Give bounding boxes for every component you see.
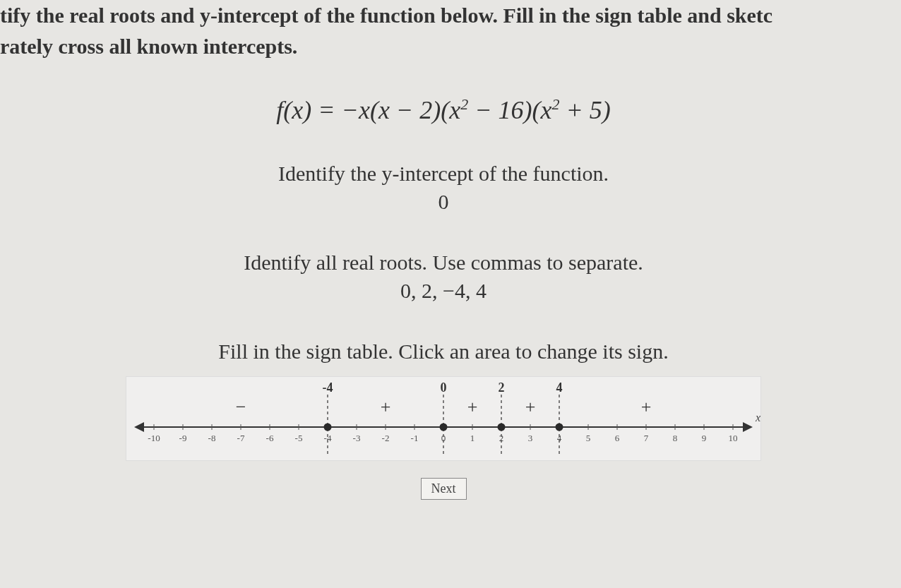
- y-intercept-section: Identify the y-intercept of the function…: [0, 162, 887, 214]
- tick-label: -6: [266, 433, 274, 443]
- root-dot: [440, 424, 448, 431]
- page: tify the real roots and y-intercept of t…: [0, 0, 901, 514]
- sign-table: -10-9-8-7-6-5-4-3-2-1012345678910x-4024−…: [126, 376, 761, 461]
- sign-symbol[interactable]: +: [381, 397, 391, 417]
- tick-label: 6: [615, 433, 620, 443]
- tick-label: 9: [702, 433, 707, 443]
- axis-label: x: [755, 412, 760, 424]
- sign-table-prompt: Fill in the sign table. Click an area to…: [0, 340, 887, 364]
- tick-label: -7: [237, 433, 245, 443]
- y-intercept-prompt: Identify the y-intercept of the function…: [0, 162, 887, 186]
- roots-prompt: Identify all real roots. Use commas to s…: [0, 251, 887, 275]
- tick-label: -3: [353, 433, 361, 443]
- intro-line-1: tify the real roots and y-intercept of t…: [0, 0, 887, 31]
- tick-label: -1: [411, 433, 419, 443]
- sign-table-section: Fill in the sign table. Click an area to…: [0, 340, 887, 461]
- tick-label: -8: [208, 433, 216, 443]
- intro-line-2: rately cross all known intercepts.: [0, 31, 887, 62]
- root-dot: [324, 424, 332, 431]
- root-label: 2: [499, 380, 505, 395]
- tick-label: 7: [644, 433, 649, 443]
- tick-label: -2: [382, 433, 390, 443]
- svg-marker-2: [743, 422, 753, 432]
- roots-value: 0, 2, −4, 4: [0, 279, 887, 303]
- sign-symbol[interactable]: −: [236, 397, 246, 417]
- tick-label: -10: [148, 433, 160, 443]
- root-label: 0: [441, 380, 447, 395]
- next-button[interactable]: Next: [421, 478, 467, 500]
- number-line[interactable]: -10-9-8-7-6-5-4-3-2-1012345678910x-4024−…: [126, 376, 761, 461]
- tick-label: 1: [470, 433, 475, 443]
- tick-label: 5: [586, 433, 591, 443]
- function-formula: f(x) = −x(x − 2)(x2 − 16)(x2 + 5): [0, 95, 887, 125]
- tick-label: 3: [528, 433, 533, 443]
- sign-symbol[interactable]: +: [641, 397, 652, 417]
- y-intercept-value: 0: [0, 190, 887, 214]
- sign-symbol[interactable]: +: [467, 397, 478, 417]
- root-dot: [556, 424, 563, 431]
- roots-section: Identify all real roots. Use commas to s…: [0, 251, 887, 303]
- tick-label: -9: [179, 433, 187, 443]
- root-label: 4: [556, 380, 563, 395]
- intro-text: tify the real roots and y-intercept of t…: [0, 0, 887, 61]
- root-label: -4: [323, 380, 333, 395]
- formula-text: f(x) = −x(x − 2)(x2 − 16)(x2 + 5): [276, 96, 610, 124]
- root-dot: [498, 424, 506, 431]
- next-button-wrap: Next: [0, 478, 887, 500]
- sign-symbol[interactable]: +: [525, 397, 536, 417]
- tick-label: 10: [729, 433, 738, 443]
- tick-label: -5: [295, 433, 303, 443]
- svg-marker-1: [134, 422, 144, 432]
- tick-label: 8: [673, 433, 678, 443]
